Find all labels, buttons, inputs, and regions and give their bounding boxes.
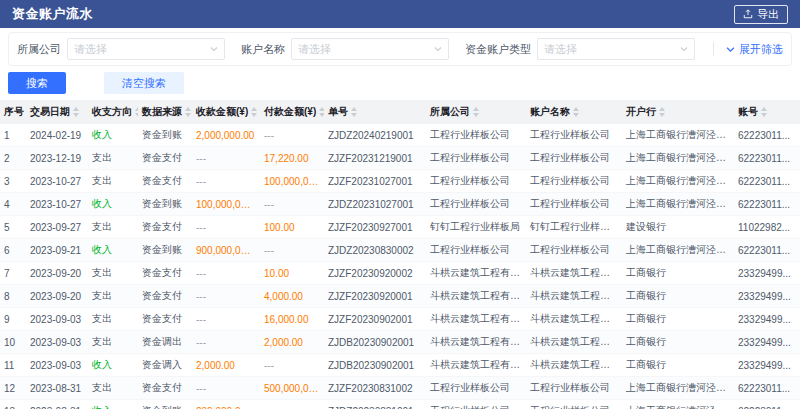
cell-direction: 支出	[88, 216, 138, 239]
cell-payment: 17,220.00	[260, 147, 324, 170]
cell-account: 斗栱云建筑工程有限公司	[526, 262, 622, 285]
cell-no: 1	[0, 124, 26, 147]
sort-icon	[573, 107, 579, 117]
cell-no: 7	[0, 262, 26, 285]
company-select[interactable]: 请选择	[67, 38, 225, 60]
cell-bank: 工商银行	[622, 262, 734, 285]
column-label: 账户名称	[530, 106, 570, 117]
cell-order_no: ZJDZ20231027001	[324, 193, 426, 216]
cell-receipt: ---	[192, 285, 260, 308]
cell-payment: 4,000.00	[260, 285, 324, 308]
column-header-account[interactable]: 账户名称	[526, 100, 622, 124]
cell-account_no: 23329499...	[734, 354, 800, 377]
column-label: 账号	[738, 106, 758, 117]
topbar: 资金账户流水 导出	[0, 0, 800, 28]
cell-source: 资金支付	[138, 308, 192, 331]
cell-bank: 上海工商银行漕河泾支行	[622, 377, 734, 400]
column-header-bank[interactable]: 开户行	[622, 100, 734, 124]
cell-date: 2024-02-19	[26, 124, 88, 147]
cell-bank: 工商银行	[622, 354, 734, 377]
cell-company: 工程行业样板公司	[426, 377, 526, 400]
cell-company: 钉钉工程行业样板局	[426, 216, 526, 239]
export-button[interactable]: 导出	[734, 5, 788, 24]
cell-account: 工程行业样板公司	[526, 124, 622, 147]
cell-order_no: ZJZF20231219001	[324, 147, 426, 170]
account-type-select[interactable]: 请选择	[537, 38, 695, 60]
cell-bank: 工商银行	[622, 331, 734, 354]
cell-source: 资金到账	[138, 239, 192, 262]
column-header-no: 序号	[0, 100, 26, 124]
column-label: 开户行	[626, 106, 656, 117]
cell-company: 斗栱云建筑工程有限公司	[426, 308, 526, 331]
cell-account_no: 62223011...	[734, 239, 800, 262]
page-title: 资金账户流水	[12, 5, 93, 23]
column-header-company[interactable]: 所属公司	[426, 100, 526, 124]
column-label: 付款金额(¥)	[264, 106, 316, 117]
cell-order_no: ZJZF20230920001	[324, 285, 426, 308]
column-label: 序号	[4, 106, 24, 117]
table-row: 82023-09-20支出资金支付---4,000.00ZJZF20230920…	[0, 285, 800, 308]
cell-account: 工程行业样板公司	[526, 147, 622, 170]
cell-company: 工程行业样板公司	[426, 400, 526, 409]
cell-account: 工程行业样板公司	[526, 377, 622, 400]
expand-filter-link[interactable]: 展开筛选	[713, 42, 783, 57]
account-name-select[interactable]: 请选择	[291, 38, 449, 60]
chevron-down-icon	[434, 45, 442, 53]
column-header-direction[interactable]: 收支方向	[88, 100, 138, 124]
cell-direction: 支出	[88, 262, 138, 285]
sort-icon	[135, 107, 138, 117]
cell-account_no: 62223011...	[734, 400, 800, 409]
cell-payment: 2,000.00	[260, 331, 324, 354]
cell-receipt: 2,000,000.00	[192, 124, 260, 147]
cell-order_no: ZJDB20230902001	[324, 331, 426, 354]
sort-icon	[473, 107, 479, 117]
cell-receipt: ---	[192, 147, 260, 170]
cell-no: 13	[0, 400, 26, 409]
cell-order_no: ZJZF20230920002	[324, 262, 426, 285]
table-row: 92023-09-03支出资金支付---16,000.00ZJZF2023090…	[0, 308, 800, 331]
clear-search-button[interactable]: 清空搜索	[104, 72, 184, 94]
cell-company: 斗栱云建筑工程有限公司	[426, 262, 526, 285]
cell-company: 工程行业样板公司	[426, 170, 526, 193]
table-header: 序号交易日期收支方向数据来源收款金额(¥)付款金额(¥)单号所属公司账户名称开户…	[0, 100, 800, 124]
cell-account: 斗栱云建筑工程有限公司	[526, 285, 622, 308]
company-select-placeholder: 请选择	[74, 42, 107, 57]
sort-icon	[761, 107, 767, 117]
cell-payment: 16,000.00	[260, 308, 324, 331]
table-row: 32023-10-27支出资金支付---100,000,000.00ZJZF20…	[0, 170, 800, 193]
cell-payment: ---	[260, 400, 324, 409]
table-row: 72023-09-20支出资金支付---10.00ZJZF20230920002…	[0, 262, 800, 285]
cell-date: 2023-10-27	[26, 170, 88, 193]
cell-direction: 收入	[88, 400, 138, 409]
cell-no: 10	[0, 331, 26, 354]
sort-icon	[351, 107, 357, 117]
cell-receipt: ---	[192, 216, 260, 239]
filter-account-type: 资金账户类型 请选择	[465, 38, 695, 60]
cell-no: 12	[0, 377, 26, 400]
column-header-payment[interactable]: 付款金额(¥)	[260, 100, 324, 124]
cell-date: 2023-10-27	[26, 193, 88, 216]
cell-payment: ---	[260, 193, 324, 216]
table-row: 52023-09-27支出资金支付---100.00ZJZF2023092700…	[0, 216, 800, 239]
cell-no: 4	[0, 193, 26, 216]
cell-account_no: 23329499...	[734, 262, 800, 285]
cell-account: 斗栱云建筑工程有限公司	[526, 308, 622, 331]
filter-panel: 所属公司 请选择 账户名称 请选择 资金账户类型 请选择 展开筛选	[8, 32, 792, 66]
column-header-account_no[interactable]: 账号	[734, 100, 800, 124]
column-header-order_no[interactable]: 单号	[324, 100, 426, 124]
action-buttons: 搜索 清空搜索	[8, 72, 792, 94]
cell-direction: 收入	[88, 124, 138, 147]
cell-company: 工程行业样板公司	[426, 193, 526, 216]
cell-company: 工程行业样板公司	[426, 147, 526, 170]
cell-order_no: ZJDZ20230830002	[324, 239, 426, 262]
cell-receipt: ---	[192, 308, 260, 331]
column-header-receipt[interactable]: 收款金额(¥)	[192, 100, 260, 124]
column-header-date[interactable]: 交易日期	[26, 100, 88, 124]
sort-icon	[185, 107, 191, 117]
column-header-source[interactable]: 数据来源	[138, 100, 192, 124]
cell-account_no: 11022982...	[734, 216, 800, 239]
cell-direction: 收入	[88, 193, 138, 216]
cell-company: 工程行业样板公司	[426, 239, 526, 262]
search-button[interactable]: 搜索	[8, 72, 66, 94]
column-label: 交易日期	[30, 106, 70, 117]
